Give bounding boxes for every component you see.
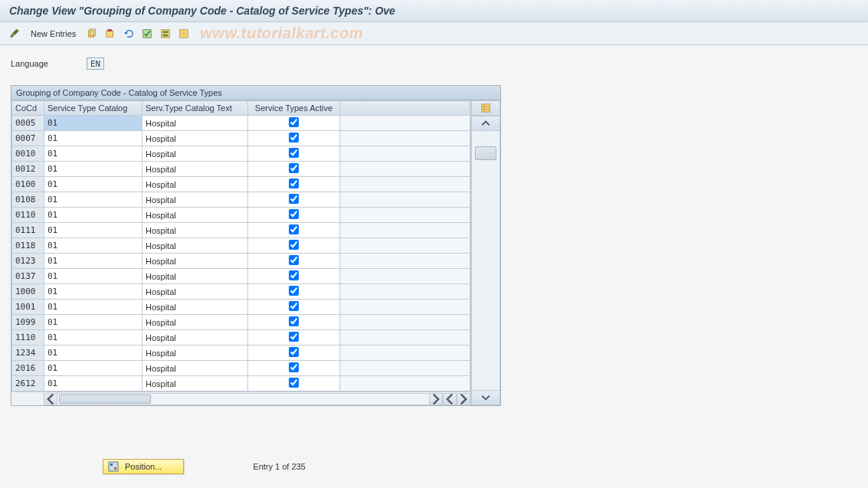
active-checkbox[interactable] xyxy=(289,378,299,388)
display-change-icon[interactable] xyxy=(8,27,21,41)
cell-catalog[interactable]: 01 xyxy=(44,330,142,346)
table-row[interactable]: 261201Hospital xyxy=(12,376,470,391)
table-row[interactable]: 111001Hospital xyxy=(12,330,470,346)
cell-active[interactable] xyxy=(248,346,340,361)
scroll-right-icon[interactable] xyxy=(429,393,443,405)
v-scroll-thumb[interactable] xyxy=(475,146,496,160)
cell-cocd[interactable]: 2612 xyxy=(12,376,44,391)
active-checkbox[interactable] xyxy=(289,316,299,326)
cell-active[interactable] xyxy=(248,238,340,254)
table-settings-icon[interactable] xyxy=(471,100,500,116)
cell-cocd[interactable]: 0111 xyxy=(12,223,44,238)
table-row[interactable]: 100101Hospital xyxy=(12,300,470,315)
cell-text[interactable]: Hospital xyxy=(142,254,248,269)
cell-cocd[interactable]: 1099 xyxy=(12,315,44,330)
active-checkbox[interactable] xyxy=(289,362,299,372)
cell-active[interactable] xyxy=(248,116,340,131)
cell-active[interactable] xyxy=(248,330,340,346)
active-checkbox[interactable] xyxy=(289,347,299,357)
cell-catalog[interactable]: 01 xyxy=(44,346,142,361)
table-row[interactable]: 001001Hospital xyxy=(12,146,470,162)
table-row[interactable]: 011101Hospital xyxy=(12,223,470,238)
active-checkbox[interactable] xyxy=(289,332,299,342)
cell-catalog[interactable]: 01 xyxy=(44,131,142,146)
select-block-icon[interactable] xyxy=(159,27,172,41)
cell-catalog[interactable]: 01 xyxy=(44,284,142,300)
vertical-scrollbar[interactable] xyxy=(471,131,500,390)
cell-text[interactable]: Hospital xyxy=(142,361,248,376)
table-row[interactable]: 011001Hospital xyxy=(12,208,470,223)
col-cocd[interactable]: CoCd xyxy=(12,101,44,116)
active-checkbox[interactable] xyxy=(289,286,299,296)
cell-active[interactable] xyxy=(248,131,340,146)
cell-active[interactable] xyxy=(248,376,340,391)
cell-active[interactable] xyxy=(248,146,340,162)
cell-catalog[interactable]: 01 xyxy=(44,208,142,223)
cell-cocd[interactable]: 0005 xyxy=(12,116,44,131)
cell-cocd[interactable]: 0100 xyxy=(12,177,44,192)
table-row[interactable]: 201601Hospital xyxy=(12,361,470,376)
cell-text[interactable]: Hospital xyxy=(142,146,248,162)
cell-catalog[interactable]: 01 xyxy=(44,223,142,238)
active-checkbox[interactable] xyxy=(289,224,299,234)
cell-catalog[interactable]: 01 xyxy=(44,315,142,330)
cell-active[interactable] xyxy=(248,177,340,192)
cell-catalog[interactable]: 01 xyxy=(44,238,142,254)
cell-cocd[interactable]: 0007 xyxy=(12,131,44,146)
cell-text[interactable]: Hospital xyxy=(142,284,248,300)
cell-text[interactable]: Hospital xyxy=(142,131,248,146)
active-checkbox[interactable] xyxy=(289,148,299,158)
cell-active[interactable] xyxy=(248,223,340,238)
active-checkbox[interactable] xyxy=(289,178,299,188)
cell-text[interactable]: Hospital xyxy=(142,238,248,254)
cell-catalog[interactable]: 01 xyxy=(44,116,142,131)
cell-catalog[interactable]: 01 xyxy=(44,361,142,376)
active-checkbox[interactable] xyxy=(289,240,299,250)
scroll-left2-icon[interactable] xyxy=(443,393,457,405)
active-checkbox[interactable] xyxy=(289,133,299,142)
cell-text[interactable]: Hospital xyxy=(142,208,248,223)
active-checkbox[interactable] xyxy=(289,270,299,280)
cell-catalog[interactable]: 01 xyxy=(44,177,142,192)
copy-icon[interactable] xyxy=(85,27,99,41)
cell-text[interactable]: Hospital xyxy=(142,315,248,330)
table-row[interactable]: 010801Hospital xyxy=(12,192,470,208)
new-entries-button[interactable]: New Entries xyxy=(26,28,80,40)
horizontal-scrollbar[interactable] xyxy=(11,391,470,405)
cell-catalog[interactable]: 01 xyxy=(44,254,142,269)
cell-cocd[interactable]: 1110 xyxy=(12,330,44,346)
cell-cocd[interactable]: 0137 xyxy=(12,269,44,284)
cell-text[interactable]: Hospital xyxy=(142,346,248,361)
cell-active[interactable] xyxy=(248,300,340,315)
cell-active[interactable] xyxy=(248,315,340,330)
table-row[interactable]: 109901Hospital xyxy=(12,315,470,330)
active-checkbox[interactable] xyxy=(289,194,299,204)
cell-cocd[interactable]: 2016 xyxy=(12,361,44,376)
col-text[interactable]: Serv.Type Catalog Text xyxy=(142,101,248,116)
table-row[interactable]: 000701Hospital xyxy=(12,131,470,146)
cell-active[interactable] xyxy=(248,284,340,300)
delete-icon[interactable] xyxy=(103,27,117,41)
col-catalog[interactable]: Service Type Catalog xyxy=(44,101,142,116)
cell-active[interactable] xyxy=(248,361,340,376)
col-active[interactable]: Service Types Active xyxy=(248,101,340,116)
cell-text[interactable]: Hospital xyxy=(142,223,248,238)
table-row[interactable]: 013701Hospital xyxy=(12,269,470,284)
cell-catalog[interactable]: 01 xyxy=(44,269,142,284)
cell-active[interactable] xyxy=(248,254,340,269)
cell-catalog[interactable]: 01 xyxy=(44,376,142,391)
cell-cocd[interactable]: 1001 xyxy=(12,300,44,315)
cell-cocd[interactable]: 0123 xyxy=(12,254,44,269)
cell-text[interactable]: Hospital xyxy=(142,116,248,131)
cell-cocd[interactable]: 0110 xyxy=(12,208,44,223)
scroll-right2-icon[interactable] xyxy=(457,393,470,405)
cell-cocd[interactable]: 0118 xyxy=(12,238,44,254)
scroll-up-icon[interactable] xyxy=(471,116,500,131)
cell-text[interactable]: Hospital xyxy=(142,300,248,315)
cell-text[interactable]: Hospital xyxy=(142,376,248,391)
cell-catalog[interactable]: 01 xyxy=(44,192,142,208)
active-checkbox[interactable] xyxy=(289,301,299,311)
cell-catalog[interactable]: 01 xyxy=(44,146,142,162)
cell-active[interactable] xyxy=(248,162,340,177)
cell-text[interactable]: Hospital xyxy=(142,330,248,346)
